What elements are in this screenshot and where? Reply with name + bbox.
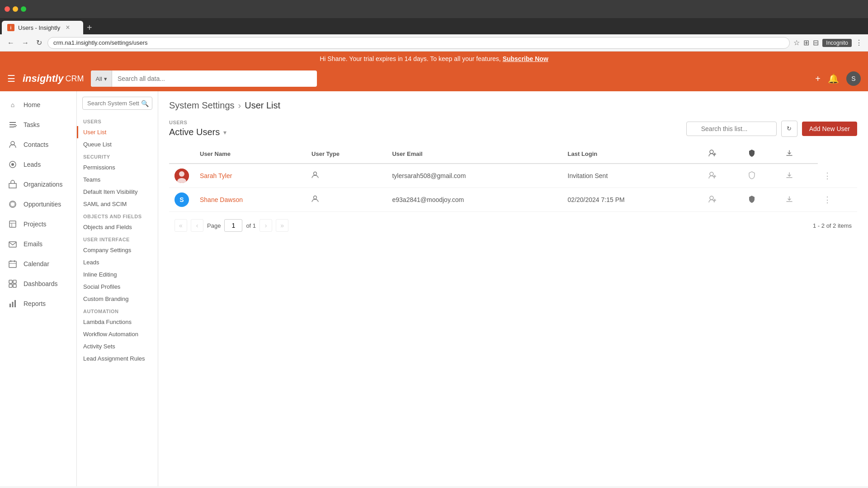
- browser-menu-icon[interactable]: ⋮: [855, 38, 863, 47]
- incognito-badge: Incognito: [822, 39, 852, 47]
- svg-point-30: [314, 172, 317, 175]
- sidebar-item-opportunities[interactable]: Opportunities: [0, 194, 76, 214]
- svg-point-31: [710, 172, 713, 176]
- cell-action-add-shane[interactable]: [703, 188, 742, 212]
- more-options-icon-sarah[interactable]: ⋮: [823, 171, 831, 180]
- active-users-dropdown[interactable]: Active Users ▾: [169, 127, 226, 137]
- sidebar-item-tasks[interactable]: Tasks: [0, 115, 76, 135]
- settings-link-queue-list[interactable]: Queue List: [77, 138, 158, 150]
- settings-link-activity-sets[interactable]: Activity Sets: [77, 340, 158, 352]
- sidebar-item-projects[interactable]: Projects: [0, 214, 76, 234]
- users-title-group: USERS Active Users ▾: [169, 120, 226, 137]
- settings-link-leads-ui[interactable]: Leads: [77, 256, 158, 268]
- first-page-button[interactable]: «: [175, 219, 187, 232]
- logo-text: insightly: [23, 73, 63, 84]
- cell-more-shane[interactable]: ⋮: [818, 188, 857, 212]
- trial-banner-text: Hi Shane. Your trial expires in 14 days.…: [320, 55, 501, 62]
- window-close-button[interactable]: [5, 6, 10, 12]
- settings-link-teams[interactable]: Teams: [77, 174, 158, 186]
- trial-banner: Hi Shane. Your trial expires in 14 days.…: [0, 52, 868, 66]
- table-header: User Name User Type User Email Last Logi…: [169, 145, 857, 164]
- svg-rect-21: [9, 304, 11, 307]
- notifications-bell-icon[interactable]: 🔔: [828, 73, 839, 84]
- sidebar-item-reports[interactable]: Reports: [0, 294, 76, 314]
- cell-action-download-shane[interactable]: [780, 188, 818, 212]
- subscribe-now-link[interactable]: Subscribe Now: [503, 55, 548, 62]
- sidebar-item-home[interactable]: ⌂ Home: [0, 95, 76, 115]
- header-actions: + 🔔 S: [815, 71, 861, 86]
- refresh-list-button[interactable]: ↻: [781, 121, 797, 137]
- user-link-sarah-tyler[interactable]: Sarah Tyler: [200, 172, 232, 179]
- sidebar-item-contacts[interactable]: Contacts: [0, 135, 76, 155]
- add-button-header[interactable]: +: [815, 74, 821, 84]
- svg-rect-23: [14, 300, 16, 307]
- forward-button[interactable]: →: [20, 37, 31, 49]
- settings-link-social-profiles[interactable]: Social Profiles: [77, 281, 158, 293]
- add-user-action-icon-shane[interactable]: [708, 197, 717, 205]
- bookmark-icon[interactable]: ☆: [793, 38, 800, 47]
- cell-action-shield-shane[interactable]: [743, 188, 780, 212]
- cell-action-download-sarah[interactable]: [780, 164, 818, 188]
- more-options-icon-shane[interactable]: ⋮: [823, 195, 831, 204]
- shield-action-icon-shane[interactable]: [748, 197, 755, 205]
- search-list-input[interactable]: [686, 122, 777, 136]
- side-panel-icon[interactable]: ⊟: [813, 38, 819, 47]
- global-search-input[interactable]: [112, 75, 317, 82]
- cell-action-shield-sarah[interactable]: [743, 164, 780, 188]
- shield-action-icon-sarah[interactable]: [748, 174, 755, 181]
- settings-layout: 🔍 USERS User List Queue List SECURITY Pe…: [77, 91, 868, 486]
- sidebar-item-organizations[interactable]: Organizations: [0, 174, 76, 194]
- cell-more-sarah[interactable]: ⋮: [818, 164, 857, 188]
- window-minimize-button[interactable]: [13, 6, 18, 12]
- add-user-action-icon-sarah[interactable]: [708, 174, 717, 181]
- next-page-button[interactable]: ›: [259, 219, 272, 232]
- settings-link-objects-fields[interactable]: Objects and Fields: [77, 221, 158, 233]
- sidebar-item-label-home: Home: [24, 101, 40, 108]
- tab-close-button[interactable]: ×: [66, 23, 70, 32]
- refresh-button[interactable]: ↻: [34, 37, 44, 49]
- svg-point-5: [11, 163, 14, 166]
- sidebar-item-emails[interactable]: Emails: [0, 234, 76, 254]
- hamburger-menu-icon[interactable]: ☰: [7, 73, 15, 84]
- settings-link-inline-editing[interactable]: Inline Editing: [77, 268, 158, 281]
- search-type-dropdown[interactable]: All ▾: [91, 70, 112, 87]
- active-tab[interactable]: i Users - Insightly ×: [2, 21, 83, 34]
- settings-link-lambda[interactable]: Lambda Functions: [77, 316, 158, 328]
- settings-link-default-visibility[interactable]: Default Item Visibility: [77, 186, 158, 198]
- page-label: Page: [207, 222, 221, 229]
- settings-link-workflow[interactable]: Workflow Automation: [77, 328, 158, 340]
- page-number-input[interactable]: [224, 219, 242, 232]
- download-action-icon-shane[interactable]: [786, 197, 793, 204]
- settings-section-ui: USER INTERFACE Company Settings Leads In…: [77, 233, 158, 305]
- settings-link-saml-scim[interactable]: SAML and SCIM: [77, 198, 158, 210]
- settings-search-icon: 🔍: [141, 100, 149, 107]
- user-avatar-header[interactable]: S: [846, 71, 861, 86]
- sidebar-item-dashboards[interactable]: Dashboards: [0, 274, 76, 294]
- sidebar-item-label-dashboards: Dashboards: [24, 280, 58, 287]
- extensions-icon[interactable]: ⊞: [803, 38, 809, 47]
- window-maximize-button[interactable]: [21, 6, 26, 12]
- sidebar-item-leads[interactable]: Leads: [0, 155, 76, 174]
- sidebar-item-calendar[interactable]: Calendar: [0, 254, 76, 274]
- search-type-label: All: [95, 75, 102, 82]
- url-bar[interactable]: crm.na1.insightly.com/settings/users: [47, 37, 790, 49]
- col-last-login: Last Login: [562, 145, 703, 164]
- items-count: 1 - 2 of 2 items: [813, 222, 852, 229]
- settings-link-lead-assignment[interactable]: Lead Assignment Rules: [77, 352, 158, 365]
- settings-link-user-list[interactable]: User List: [77, 126, 158, 138]
- prev-page-button[interactable]: ‹: [191, 219, 203, 232]
- settings-link-custom-branding[interactable]: Custom Branding: [77, 293, 158, 305]
- settings-link-company-settings[interactable]: Company Settings: [77, 244, 158, 256]
- back-button[interactable]: ←: [5, 37, 16, 49]
- sidebar-item-label-contacts: Contacts: [24, 141, 48, 148]
- main-content: 🔍 USERS User List Queue List SECURITY Pe…: [77, 91, 868, 486]
- add-new-user-button[interactable]: Add New User: [802, 122, 857, 136]
- download-action-icon-sarah[interactable]: [786, 173, 793, 180]
- breadcrumb-parent[interactable]: System Settings: [169, 100, 235, 111]
- last-page-button[interactable]: »: [276, 219, 288, 232]
- table-row: S Shane Dawson e93a2841@m: [169, 188, 857, 212]
- cell-action-add-sarah[interactable]: [703, 164, 742, 188]
- new-tab-button[interactable]: +: [83, 21, 96, 34]
- settings-link-permissions[interactable]: Permissions: [77, 161, 158, 174]
- user-link-shane-dawson[interactable]: Shane Dawson: [200, 196, 243, 203]
